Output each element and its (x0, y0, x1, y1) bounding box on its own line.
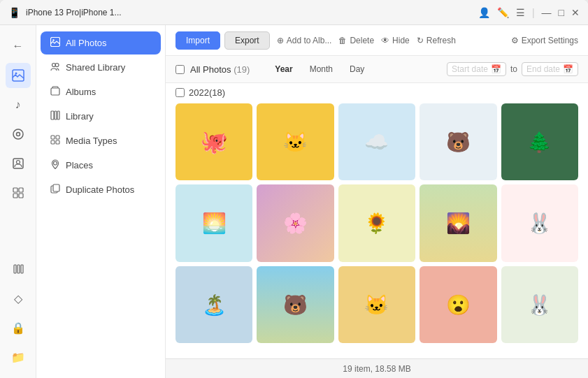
end-date-placeholder: End date (526, 64, 560, 74)
icon-bar-photos[interactable] (6, 63, 31, 88)
svg-rect-19 (55, 111, 57, 119)
close-button[interactable]: ✕ (571, 7, 580, 18)
sidebar-item-library-label: Library (66, 111, 94, 122)
separator: | (532, 7, 535, 18)
icon-bar-folder[interactable]: 📁 (6, 344, 31, 370)
month-tab[interactable]: Month (301, 61, 341, 77)
sidebar-item-albums-label: Albums (66, 87, 96, 97)
places-icon (50, 159, 60, 171)
user-icon[interactable]: 👤 (478, 7, 490, 18)
start-date-placeholder: Start date (452, 64, 488, 74)
year-tab[interactable]: Year (266, 61, 301, 77)
sidebar-item-library[interactable]: Library (41, 105, 161, 128)
svg-rect-20 (57, 111, 59, 119)
maximize-button[interactable]: □ (559, 7, 564, 18)
svg-rect-22 (56, 136, 59, 139)
export-settings-button[interactable]: ⚙ Export Settings (511, 36, 578, 45)
sidebar-item-all-photos[interactable]: All Photos (41, 31, 161, 54)
sidebar-item-places-label: Places (66, 160, 93, 170)
photo-thumb[interactable]: 🐙 (175, 103, 252, 180)
svg-rect-21 (51, 136, 55, 139)
svg-rect-8 (13, 194, 17, 198)
svg-rect-23 (51, 140, 55, 144)
end-date-input[interactable]: End date 📅 (522, 62, 578, 76)
start-date-input[interactable]: Start date 📅 (447, 62, 506, 76)
edit-icon[interactable]: ✏️ (497, 7, 509, 18)
photos-header-title: All Photos (19) (190, 64, 250, 75)
sidebar-item-shared-library[interactable]: Shared Library (41, 56, 161, 79)
photo-thumb[interactable]: ☁️ (338, 103, 415, 180)
icon-bar-back[interactable]: ← (6, 34, 31, 59)
icon-bar-tag[interactable]: ◇ (6, 286, 31, 311)
sidebar-item-duplicate-photos[interactable]: Duplicate Photos (41, 178, 161, 201)
to-label: to (510, 64, 517, 74)
date-range: Start date 📅 to End date 📅 (447, 62, 578, 76)
toolbar: Import Export ⊕ Add to Alb... 🗑 Delete 👁… (166, 25, 588, 56)
photos-header: All Photos (19) Year Month Day Start dat… (166, 56, 588, 83)
photo-thumb[interactable]: 🌸 (257, 184, 334, 261)
sidebar-item-duplicate-photos-label: Duplicate Photos (66, 184, 134, 195)
delete-action[interactable]: 🗑 Delete (338, 36, 374, 45)
title-bar-title: iPhone 13 Pro|iPhone 1... (26, 8, 473, 17)
svg-point-3 (16, 133, 20, 136)
svg-rect-10 (14, 265, 16, 273)
status-bar: 19 item, 18.58 MB (166, 358, 588, 378)
svg-rect-11 (17, 265, 20, 273)
photo-thumb[interactable]: 🐱 (257, 103, 334, 180)
icon-bar-music[interactable]: ♪ (6, 92, 31, 117)
photo-thumb[interactable]: 🏝️ (175, 266, 252, 343)
all-photos-icon (50, 37, 60, 49)
sidebar-item-albums[interactable]: Albums (41, 80, 161, 103)
minimize-button[interactable]: — (542, 7, 552, 18)
status-text: 19 item, 18.58 MB (343, 364, 410, 374)
add-to-album-action[interactable]: ⊕ Add to Alb... (277, 36, 332, 45)
svg-point-14 (52, 39, 54, 41)
svg-rect-24 (56, 140, 59, 144)
svg-point-5 (16, 161, 20, 164)
menu-icon[interactable]: ☰ (516, 7, 525, 18)
select-all-checkbox[interactable] (175, 65, 185, 74)
export-button[interactable]: Export (224, 31, 270, 50)
hide-icon: 👁 (381, 36, 389, 45)
import-button[interactable]: Import (175, 31, 220, 50)
sidebar: All Photos Shared Library Albums Library (36, 25, 166, 378)
app-window: 📱 iPhone 13 Pro|iPhone 1... 👤 ✏️ ☰ | — □… (0, 0, 588, 378)
duplicate-photos-icon (50, 184, 60, 196)
title-bar: 📱 iPhone 13 Pro|iPhone 1... 👤 ✏️ ☰ | — □… (0, 0, 588, 25)
photo-grid-wrapper[interactable]: 🐙 🐱 ☁️ 🐻 🌲 🌅 (166, 101, 588, 358)
photo-thumb[interactable]: 🐱 (338, 266, 415, 343)
photo-thumb[interactable]: 😮 (420, 266, 496, 343)
sidebar-item-places[interactable]: Places (41, 154, 161, 177)
sidebar-item-shared-library-label: Shared Library (66, 62, 125, 73)
photo-thumb[interactable]: 🐻 (420, 103, 496, 180)
photo-thumb[interactable]: 🐰 (501, 266, 578, 343)
albums-icon (50, 86, 60, 98)
delete-icon: 🗑 (338, 36, 347, 45)
icon-bar: ← ♪ ◇ 🔒 📁 (0, 25, 36, 378)
main-layout: ← ♪ ◇ 🔒 📁 (0, 25, 588, 378)
photo-thumb[interactable]: 🌻 (338, 184, 415, 261)
sidebar-item-media-types-label: Media Types (66, 136, 117, 146)
svg-rect-12 (21, 265, 23, 273)
sidebar-item-media-types[interactable]: Media Types (41, 129, 161, 152)
icon-bar-contact[interactable] (6, 151, 31, 176)
year-group: 2022(18) (166, 83, 588, 101)
photo-thumb[interactable]: 🌄 (420, 184, 496, 261)
icon-bar-video[interactable] (6, 122, 31, 147)
hide-action[interactable]: 👁 Hide (381, 36, 410, 45)
sidebar-item-all-photos-label: All Photos (66, 38, 107, 48)
photo-thumb[interactable]: 🌅 (175, 184, 252, 261)
icon-bar-library[interactable] (6, 256, 31, 282)
icon-bar-apps[interactable] (6, 180, 31, 205)
refresh-action[interactable]: ↻ Refresh (417, 36, 456, 45)
photo-thumb[interactable]: 🐰 (501, 184, 578, 261)
photo-thumb[interactable]: 🐻 (257, 266, 334, 343)
day-tab[interactable]: Day (341, 61, 373, 77)
year-group-checkbox[interactable] (175, 88, 185, 97)
calendar-icon-end: 📅 (563, 64, 573, 74)
icon-bar-lock[interactable]: 🔒 (6, 315, 31, 340)
svg-point-2 (13, 129, 23, 139)
photo-thumb[interactable]: 🌲 (501, 103, 578, 180)
svg-rect-17 (51, 88, 59, 95)
svg-point-25 (54, 161, 57, 165)
